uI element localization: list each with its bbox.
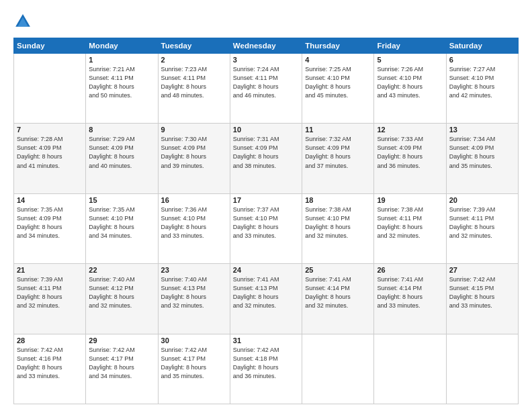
day-number: 12 [377,126,443,134]
day-info: Sunrise: 7:39 AM Sunset: 4:11 PM Dayligh… [17,275,83,310]
calendar-cell [446,334,518,404]
day-info: Sunrise: 7:28 AM Sunset: 4:09 PM Dayligh… [17,135,83,170]
calendar-cell: 22Sunrise: 7:40 AM Sunset: 4:12 PM Dayli… [86,264,158,334]
calendar-cell: 17Sunrise: 7:37 AM Sunset: 4:10 PM Dayli… [230,193,302,263]
calendar-cell: 10Sunrise: 7:31 AM Sunset: 4:09 PM Dayli… [230,124,302,193]
day-info: Sunrise: 7:24 AM Sunset: 4:11 PM Dayligh… [233,65,299,100]
calendar-cell: 5Sunrise: 7:26 AM Sunset: 4:10 PM Daylig… [374,54,446,124]
weekday-header: Monday [86,38,158,54]
day-info: Sunrise: 7:36 AM Sunset: 4:10 PM Dayligh… [161,205,227,240]
calendar-cell [302,334,374,404]
calendar-cell: 25Sunrise: 7:41 AM Sunset: 4:14 PM Dayli… [302,264,374,334]
calendar-week-row: 21Sunrise: 7:39 AM Sunset: 4:11 PM Dayli… [14,264,519,334]
day-number: 5 [377,56,443,64]
day-info: Sunrise: 7:26 AM Sunset: 4:10 PM Dayligh… [377,65,443,100]
day-number: 28 [17,336,83,345]
day-number: 25 [305,266,371,274]
calendar-cell: 15Sunrise: 7:35 AM Sunset: 4:10 PM Dayli… [86,193,158,263]
calendar-cell: 1Sunrise: 7:21 AM Sunset: 4:11 PM Daylig… [86,54,158,124]
day-number: 30 [161,336,227,345]
day-number: 17 [233,196,299,204]
header [13,12,519,31]
day-number: 18 [305,196,371,204]
day-number: 15 [89,196,154,204]
day-info: Sunrise: 7:42 AM Sunset: 4:15 PM Dayligh… [449,275,515,310]
day-number: 31 [233,336,299,345]
calendar-cell: 20Sunrise: 7:39 AM Sunset: 4:11 PM Dayli… [446,193,518,263]
calendar-cell: 23Sunrise: 7:40 AM Sunset: 4:13 PM Dayli… [158,264,230,334]
calendar-cell: 3Sunrise: 7:24 AM Sunset: 4:11 PM Daylig… [230,54,302,124]
day-number: 14 [17,196,83,204]
day-number: 22 [89,266,154,274]
day-info: Sunrise: 7:42 AM Sunset: 4:17 PM Dayligh… [161,346,227,381]
weekday-header: Saturday [446,38,518,54]
day-number: 7 [17,126,83,134]
day-info: Sunrise: 7:32 AM Sunset: 4:09 PM Dayligh… [305,135,371,170]
day-info: Sunrise: 7:38 AM Sunset: 4:10 PM Dayligh… [305,205,371,240]
day-info: Sunrise: 7:40 AM Sunset: 4:12 PM Dayligh… [89,275,154,310]
day-info: Sunrise: 7:41 AM Sunset: 4:13 PM Dayligh… [233,275,299,310]
day-info: Sunrise: 7:33 AM Sunset: 4:09 PM Dayligh… [377,135,443,170]
calendar-cell: 19Sunrise: 7:38 AM Sunset: 4:11 PM Dayli… [374,193,446,263]
day-number: 8 [89,126,154,134]
calendar-cell [374,334,446,404]
day-info: Sunrise: 7:29 AM Sunset: 4:09 PM Dayligh… [89,135,154,170]
calendar-cell: 26Sunrise: 7:41 AM Sunset: 4:14 PM Dayli… [374,264,446,334]
day-number: 16 [161,196,227,204]
day-info: Sunrise: 7:25 AM Sunset: 4:10 PM Dayligh… [305,65,371,100]
day-number: 24 [233,266,299,274]
calendar-cell: 9Sunrise: 7:30 AM Sunset: 4:09 PM Daylig… [158,124,230,193]
day-info: Sunrise: 7:41 AM Sunset: 4:14 PM Dayligh… [377,275,443,310]
calendar-cell: 18Sunrise: 7:38 AM Sunset: 4:10 PM Dayli… [302,193,374,263]
day-info: Sunrise: 7:34 AM Sunset: 4:09 PM Dayligh… [449,135,515,170]
day-number: 27 [449,266,515,274]
day-info: Sunrise: 7:27 AM Sunset: 4:10 PM Dayligh… [449,65,515,100]
day-number: 3 [233,56,299,64]
calendar-cell: 11Sunrise: 7:32 AM Sunset: 4:09 PM Dayli… [302,124,374,193]
calendar: SundayMondayTuesdayWednesdayThursdayFrid… [13,38,519,404]
weekday-header: Sunday [14,38,86,54]
calendar-week-row: 14Sunrise: 7:35 AM Sunset: 4:09 PM Dayli… [14,193,519,263]
logo [13,12,35,31]
calendar-cell: 12Sunrise: 7:33 AM Sunset: 4:09 PM Dayli… [374,124,446,193]
day-number: 1 [89,56,154,64]
page: SundayMondayTuesdayWednesdayThursdayFrid… [0,0,532,411]
day-number: 10 [233,126,299,134]
weekday-header: Thursday [302,38,374,54]
calendar-cell [14,54,86,124]
day-number: 23 [161,266,227,274]
day-number: 21 [17,266,83,274]
calendar-cell: 29Sunrise: 7:42 AM Sunset: 4:17 PM Dayli… [86,334,158,404]
weekday-header: Tuesday [158,38,230,54]
day-number: 13 [449,126,515,134]
calendar-cell: 28Sunrise: 7:42 AM Sunset: 4:16 PM Dayli… [14,334,86,404]
day-info: Sunrise: 7:41 AM Sunset: 4:14 PM Dayligh… [305,275,371,310]
calendar-cell: 13Sunrise: 7:34 AM Sunset: 4:09 PM Dayli… [446,124,518,193]
day-info: Sunrise: 7:37 AM Sunset: 4:10 PM Dayligh… [233,205,299,240]
calendar-cell: 30Sunrise: 7:42 AM Sunset: 4:17 PM Dayli… [158,334,230,404]
calendar-cell: 14Sunrise: 7:35 AM Sunset: 4:09 PM Dayli… [14,193,86,263]
calendar-cell: 2Sunrise: 7:23 AM Sunset: 4:11 PM Daylig… [158,54,230,124]
calendar-week-row: 28Sunrise: 7:42 AM Sunset: 4:16 PM Dayli… [14,334,519,404]
calendar-cell: 31Sunrise: 7:42 AM Sunset: 4:18 PM Dayli… [230,334,302,404]
calendar-week-row: 1Sunrise: 7:21 AM Sunset: 4:11 PM Daylig… [14,54,519,124]
day-number: 11 [305,126,371,134]
logo-icon [13,12,32,31]
day-number: 4 [305,56,371,64]
weekday-header: Wednesday [230,38,302,54]
calendar-cell: 24Sunrise: 7:41 AM Sunset: 4:13 PM Dayli… [230,264,302,334]
calendar-cell: 6Sunrise: 7:27 AM Sunset: 4:10 PM Daylig… [446,54,518,124]
weekday-header: Friday [374,38,446,54]
day-info: Sunrise: 7:42 AM Sunset: 4:18 PM Dayligh… [233,346,299,381]
day-info: Sunrise: 7:23 AM Sunset: 4:11 PM Dayligh… [161,65,227,100]
day-info: Sunrise: 7:39 AM Sunset: 4:11 PM Dayligh… [449,205,515,240]
day-info: Sunrise: 7:38 AM Sunset: 4:11 PM Dayligh… [377,205,443,240]
day-info: Sunrise: 7:40 AM Sunset: 4:13 PM Dayligh… [161,275,227,310]
day-number: 20 [449,196,515,204]
day-number: 26 [377,266,443,274]
calendar-header-row: SundayMondayTuesdayWednesdayThursdayFrid… [14,38,519,54]
day-info: Sunrise: 7:42 AM Sunset: 4:16 PM Dayligh… [17,346,83,381]
day-number: 6 [449,56,515,64]
day-number: 29 [89,336,154,345]
day-info: Sunrise: 7:31 AM Sunset: 4:09 PM Dayligh… [233,135,299,170]
